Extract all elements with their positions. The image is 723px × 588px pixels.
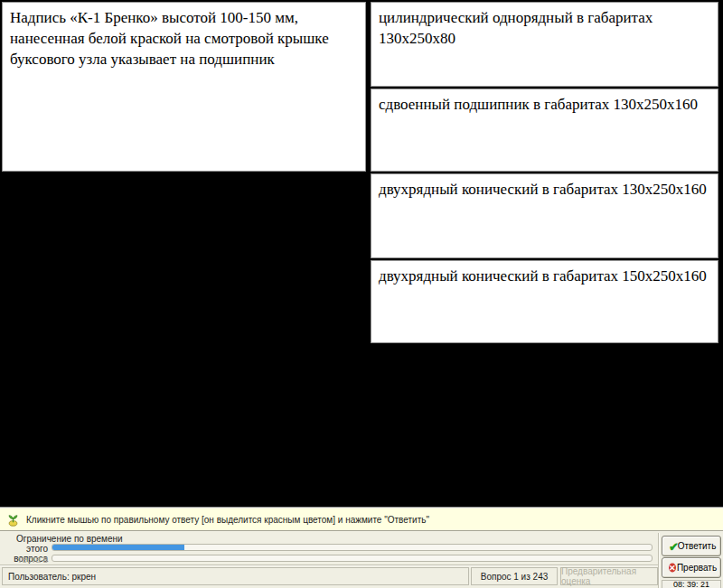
hint-bar: Кликните мышью по правильному ответу [он… [0,509,723,531]
clock-display: 08: 39: 21 [662,580,721,588]
control-panel: Кликните мышью по правильному ответу [он… [0,507,723,588]
green-check-icon: ✔ [669,540,681,552]
test-progress-bar [52,555,653,562]
time-limit-title: Ограничение по времени [16,534,123,544]
answer-option-4[interactable]: двухрядный конический в габаритах 150x25… [371,260,718,343]
sprout-icon [6,513,20,527]
red-cancel-icon: ✕ [669,562,681,574]
progress-fill-0 [52,545,184,550]
status-user: Пользователь: ркрен [2,567,469,585]
status-question-counter: Вопрос 1 из 243 [471,567,558,585]
horizontal-divider [0,565,658,566]
hint-text: Кликните мышью по правильному ответу [он… [26,515,429,525]
abort-button[interactable]: ✕ Прервать [662,557,721,578]
answer-button[interactable]: ✔ Ответить [662,536,721,556]
question-text-box: Надпись «К-1 Бренко» высотой 100-150 мм,… [2,2,366,172]
answer-option-1[interactable]: цилиндрический однорядный в габаритах 13… [371,2,718,87]
answer-option-2[interactable]: сдвоенный подшипник в габаритах 130x250x… [371,89,718,172]
answer-option-3[interactable]: двухрядный конический в габаритах 130x25… [371,173,718,258]
status-preliminary-score: Предварительная оценка [560,567,658,585]
question-progress-bar [52,544,653,551]
vertical-divider [658,533,660,588]
